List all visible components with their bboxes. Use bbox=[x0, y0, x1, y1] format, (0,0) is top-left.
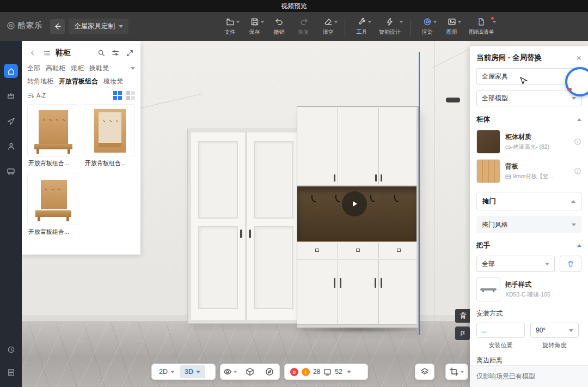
sort-label: A-Z bbox=[36, 92, 46, 99]
material-sub-text: cs-烤漆高光- (82) bbox=[505, 143, 549, 151]
shoe-cabinet-3d[interactable] bbox=[297, 106, 419, 328]
door-style-row[interactable]: 掩门风格 bbox=[476, 216, 581, 233]
render-aperture-icon bbox=[423, 17, 432, 26]
product-grid: 开放背板组合... 开放背板组合... bbox=[27, 104, 135, 236]
door-handle bbox=[375, 174, 377, 182]
section-cabinet[interactable]: 柜体 bbox=[476, 115, 581, 124]
error-badge: 0 bbox=[290, 368, 298, 376]
filter-tag[interactable]: 梳妆凳 bbox=[103, 77, 123, 86]
rail-delivery-button[interactable] bbox=[4, 164, 18, 178]
visibility-button[interactable] bbox=[222, 365, 239, 378]
filter-button[interactable] bbox=[110, 47, 121, 58]
door-leaf-right bbox=[246, 132, 301, 320]
app-body: 选择整体 整体风格 全局调整 内空设计 生成 bbox=[0, 41, 588, 387]
expand-panel-button[interactable] bbox=[124, 47, 135, 58]
filter-tag[interactable]: 换鞋凳 bbox=[89, 64, 109, 73]
rotate-angle-select[interactable]: 90° bbox=[530, 323, 579, 338]
section-handle[interactable]: 把手 bbox=[476, 241, 581, 250]
file-button[interactable]: 文件 bbox=[218, 16, 242, 36]
view-2d-button[interactable]: 2D bbox=[154, 365, 180, 378]
door-seam bbox=[338, 108, 338, 184]
render-button[interactable]: 渲染 bbox=[415, 16, 439, 36]
user-icon bbox=[7, 142, 15, 150]
album-button[interactable]: 图册 bbox=[439, 16, 464, 36]
info-icon[interactable] bbox=[574, 167, 581, 175]
drawings-list-button[interactable]: 图纸&清单 bbox=[464, 16, 499, 36]
filter-tag-selected[interactable]: 开放背板组合 bbox=[59, 77, 98, 86]
delete-handle-button[interactable] bbox=[560, 256, 581, 272]
project-mode-select[interactable]: 全屋家具定制 bbox=[69, 19, 128, 34]
product-card[interactable]: 开放背板组合... bbox=[27, 173, 78, 236]
rail-vip-button[interactable] bbox=[4, 89, 18, 103]
chevron-down-icon[interactable] bbox=[131, 67, 135, 70]
rail-share-button[interactable] bbox=[4, 114, 18, 128]
double-door-3d[interactable] bbox=[188, 129, 304, 323]
filter-tag[interactable]: 矮柜 bbox=[71, 64, 84, 73]
undo-button[interactable]: 撤销 bbox=[267, 16, 291, 36]
view-3d-button[interactable]: 3D bbox=[180, 365, 205, 378]
rail-bottom-group bbox=[4, 342, 18, 379]
collapsed-tool-button[interactable] bbox=[455, 326, 470, 340]
grid-view-button[interactable] bbox=[113, 91, 122, 100]
back-button[interactable] bbox=[50, 19, 65, 34]
rail-notes-button[interactable] bbox=[4, 365, 18, 379]
collapse-panel-button[interactable] bbox=[27, 47, 38, 58]
filter-tag[interactable]: 全部 bbox=[27, 64, 40, 73]
compass-button[interactable] bbox=[261, 365, 278, 378]
rail-home-button[interactable] bbox=[4, 64, 18, 78]
filter-tag[interactable]: 转角地柜 bbox=[27, 77, 53, 86]
filter-tag[interactable]: 高鞋柜 bbox=[46, 64, 65, 73]
logo-icon bbox=[7, 21, 15, 30]
layers-button[interactable] bbox=[415, 364, 434, 380]
handle-filter-row: 全部 bbox=[476, 256, 581, 272]
search-button[interactable] bbox=[96, 47, 107, 58]
handle-style-title: 把手样式 bbox=[505, 280, 581, 289]
tools-button[interactable]: 工具 bbox=[350, 16, 374, 36]
cabinet-material-item[interactable]: 柜体材质 cs-烤漆高光- (82) bbox=[476, 130, 581, 154]
smart-design-button[interactable]: 智能设计 bbox=[374, 16, 406, 36]
hook bbox=[52, 186, 54, 190]
ceiling-line bbox=[139, 94, 203, 109]
rail-user-button[interactable] bbox=[4, 139, 18, 153]
clear-button[interactable]: 清空 bbox=[316, 16, 340, 36]
install-position-input[interactable] bbox=[476, 323, 525, 338]
install-row: 90° bbox=[476, 323, 581, 338]
window-title: 视频预览 bbox=[281, 2, 307, 11]
wall-vent bbox=[446, 98, 460, 102]
album-label: 图册 bbox=[446, 28, 457, 36]
handle-style-item[interactable]: 把手样式 XD53-C-哑镍-105 bbox=[476, 277, 581, 301]
video-play-button[interactable] bbox=[342, 191, 367, 216]
redo-button[interactable]: 恢复 bbox=[291, 16, 316, 36]
inspector-title: 当前房间 - 全局替换 bbox=[476, 53, 542, 63]
wall-corner-line bbox=[434, 41, 435, 322]
compass-icon bbox=[265, 367, 274, 376]
info-icon[interactable] bbox=[574, 138, 581, 146]
list-view-button[interactable] bbox=[126, 91, 135, 100]
drawer-row bbox=[297, 242, 418, 259]
sort-icon[interactable] bbox=[27, 92, 34, 99]
snapshot-button[interactable] bbox=[445, 364, 468, 380]
crown-icon bbox=[7, 92, 15, 100]
product-card[interactable]: 开放背板组合... bbox=[84, 104, 135, 167]
save-button[interactable]: 保存 bbox=[242, 16, 267, 36]
rail-history-button[interactable] bbox=[4, 342, 18, 356]
section-door[interactable]: 掩门 bbox=[476, 192, 581, 210]
board-icon bbox=[505, 174, 511, 180]
product-thumbnail bbox=[27, 173, 78, 225]
list-document-icon bbox=[7, 368, 15, 377]
handle-filter-select[interactable]: 全部 bbox=[476, 256, 555, 272]
product-card[interactable]: 开放背板组合... bbox=[27, 104, 78, 167]
back-panel-item[interactable]: 背板 9mm背板【竖... bbox=[476, 159, 581, 183]
bench-top bbox=[35, 210, 71, 217]
scope-select-value: 全屋家具 bbox=[482, 72, 508, 81]
chevron-down-icon bbox=[334, 21, 338, 23]
model-type-select[interactable]: 全部模型 bbox=[476, 90, 581, 106]
document-icon bbox=[477, 17, 486, 26]
close-icon[interactable]: × bbox=[576, 53, 581, 63]
handle-style-code: XD53-C-哑镍-105 bbox=[505, 291, 550, 299]
error-count: 0 bbox=[293, 369, 296, 375]
perspective-button[interactable] bbox=[241, 365, 259, 378]
issues-summary[interactable]: 0 ! 28 52 bbox=[284, 364, 368, 380]
truck-icon bbox=[7, 167, 15, 176]
category-list-button[interactable] bbox=[41, 47, 52, 58]
